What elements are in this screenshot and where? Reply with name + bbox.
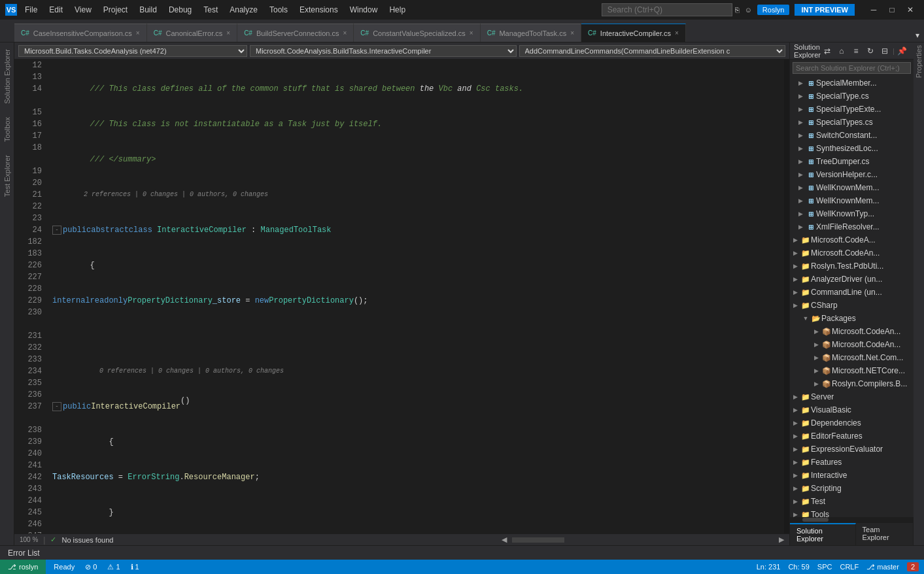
collapse-19[interactable]: - bbox=[52, 402, 61, 411]
tab-close-0[interactable]: × bbox=[136, 29, 140, 37]
tree-item-dependencies[interactable]: ▶ 📁 Dependencies bbox=[790, 416, 914, 430]
test-explorer-sidebar-label[interactable]: Test Explorer bbox=[2, 148, 12, 203]
tab-0[interactable]: C# CaseInsensitiveComparison.cs × bbox=[14, 24, 147, 42]
tree-item-scripting[interactable]: ▶ 📁 Scripting bbox=[790, 482, 914, 495]
solution-search-input[interactable] bbox=[793, 62, 911, 74]
tree-item-8[interactable]: ▶ ⊞ WellKnownMem... bbox=[790, 181, 914, 194]
global-search[interactable] bbox=[602, 3, 732, 16]
tree-item-features[interactable]: ▶ 📁 Features bbox=[790, 456, 914, 469]
tab-3[interactable]: C# ConstantValueSpecialized.cs × bbox=[354, 24, 480, 42]
properties-label[interactable]: Properties bbox=[914, 42, 924, 80]
code-line-16: { bbox=[52, 260, 784, 271]
tree-item-visualbasic[interactable]: ▶ 📁 VisualBasic bbox=[790, 403, 914, 416]
team-explorer-tab[interactable]: Team Explorer bbox=[856, 523, 914, 545]
menu-test[interactable]: Test bbox=[198, 3, 223, 17]
tree-item-9[interactable]: ▶ ⊞ WellKnownMem... bbox=[790, 194, 914, 207]
tree-item-interactive[interactable]: ▶ 📁 Interactive bbox=[790, 469, 914, 482]
tree-item-pkg3[interactable]: ▶ 📦 Microsoft.Net.Com... bbox=[790, 351, 914, 364]
code-line-12: /// This class defines all of the common… bbox=[52, 83, 784, 95]
tree-item-11[interactable]: ▶ ⊞ XmlFileResolver... bbox=[790, 220, 914, 233]
git-master[interactable]: ⎇ master bbox=[866, 563, 899, 571]
close-button[interactable]: ✕ bbox=[902, 3, 919, 16]
tree-item-test[interactable]: ▶ 📁 Test bbox=[790, 495, 914, 508]
menu-help[interactable]: Help bbox=[384, 3, 411, 17]
menu-extensions[interactable]: Extensions bbox=[294, 3, 343, 17]
share-icon[interactable]: ⎘ bbox=[735, 6, 740, 14]
sol-refresh-btn[interactable]: ↻ bbox=[864, 44, 877, 58]
tree-item-analyzer[interactable]: ▶ 📁 AnalyzerDriver (un... bbox=[790, 273, 914, 286]
git-status[interactable]: ⎇ roslyn bbox=[0, 560, 46, 574]
tree-item-1[interactable]: ▶ ⊞ SpecialType.cs bbox=[790, 90, 914, 103]
namespace-dropdown[interactable]: Microsoft.Build.Tasks.CodeAnalysis (net4… bbox=[18, 45, 247, 57]
feedback-icon[interactable]: ☺ bbox=[745, 6, 752, 14]
sol-home-btn[interactable]: ⌂ bbox=[835, 44, 848, 58]
tree-item-expressionevaluator[interactable]: ▶ 📁 ExpressionEvaluator bbox=[790, 443, 914, 456]
zoom-level[interactable]: 100 % bbox=[20, 536, 38, 543]
tab-close-5[interactable]: × bbox=[675, 29, 679, 37]
solution-explorer-sidebar-label[interactable]: Solution Explorer bbox=[2, 42, 12, 110]
tab-close-1[interactable]: × bbox=[226, 29, 230, 37]
tree-item-csharp[interactable]: ▶ 📁 CSharp bbox=[790, 299, 914, 312]
tree-item-pkg4[interactable]: ▶ 📦 Microsoft.NETCore... bbox=[790, 364, 914, 377]
menu-edit[interactable]: Edit bbox=[44, 3, 68, 17]
sol-sync-btn[interactable]: ⇄ bbox=[821, 44, 834, 58]
tree-item-microsoft-codeanalysis2[interactable]: ▶ 📁 Microsoft.CodeAn... bbox=[790, 246, 914, 260]
tree-item-pkg1[interactable]: ▶ 📦 Microsoft.CodeAn... bbox=[790, 325, 914, 338]
tree-label-0: SpecialMember... bbox=[816, 78, 877, 88]
tree-arrow-0: ▶ bbox=[795, 78, 806, 88]
tree-item-microsoft-codeanalysis[interactable]: ▶ 📁 Microsoft.CodeA... bbox=[790, 233, 914, 246]
tree-item-roslyn-pdb[interactable]: ▶ 📁 Roslyn.Test.PdbUti... bbox=[790, 260, 914, 273]
code-area[interactable]: /// This class defines all of the common… bbox=[47, 59, 784, 533]
class-dropdown[interactable]: Microsoft.CodeAnalysis.BuildTasks.Intera… bbox=[250, 45, 517, 57]
tab-label-3: ConstantValueSpecialized.cs bbox=[373, 29, 466, 37]
menu-debug[interactable]: Debug bbox=[163, 3, 197, 17]
profile-button[interactable]: Roslyn bbox=[757, 5, 790, 15]
sol-collapse-btn[interactable]: ⊟ bbox=[878, 44, 891, 58]
tree-item-pkg5[interactable]: ▶ 📦 Roslyn.Compilers.B... bbox=[790, 377, 914, 390]
scroll-right[interactable]: ▶ bbox=[779, 535, 784, 544]
sol-filter-btn[interactable]: ≡ bbox=[849, 44, 863, 58]
tree-item-commandline[interactable]: ▶ 📁 CommandLine (un... bbox=[790, 286, 914, 299]
tab-2[interactable]: C# BuildServerConnection.cs × bbox=[237, 24, 354, 42]
tree-item-0[interactable]: ▶ ⊞ SpecialMember... bbox=[790, 76, 914, 90]
tree-item-editorfeatures[interactable]: ▶ 📁 EditorFeatures bbox=[790, 430, 914, 443]
tree-item-packages[interactable]: ▼ 📂 Packages bbox=[790, 312, 914, 325]
restore-button[interactable]: □ bbox=[883, 3, 900, 16]
tree-item-7[interactable]: ▶ ⊞ VersionHelper.c... bbox=[790, 168, 914, 181]
menu-build[interactable]: Build bbox=[134, 3, 162, 17]
tree-item-3[interactable]: ▶ ⊞ SpecialTypes.cs bbox=[790, 116, 914, 129]
tab-4[interactable]: C# ManagedToolTask.cs × bbox=[481, 24, 581, 42]
menu-file[interactable]: File bbox=[20, 3, 43, 17]
minimize-button[interactable]: ─ bbox=[865, 3, 882, 16]
code-line-17: internal readonly PropertyDictionary _st… bbox=[52, 295, 784, 307]
scroll-left[interactable]: ◀ bbox=[502, 535, 507, 544]
tab-close-2[interactable]: × bbox=[343, 29, 347, 37]
tree-label-server: Server bbox=[811, 392, 834, 401]
tree-item-6[interactable]: ▶ ⊞ TreeDumper.cs bbox=[790, 155, 914, 168]
method-dropdown[interactable]: AddCommandLineCommands(CommandLineBuilde… bbox=[519, 45, 786, 57]
tree-item-pkg2[interactable]: ▶ 📦 Microsoft.CodeAn... bbox=[790, 338, 914, 351]
tab-close-3[interactable]: × bbox=[470, 29, 473, 37]
tab-close-4[interactable]: × bbox=[570, 29, 574, 37]
solution-explorer-tab[interactable]: Solution Explorer bbox=[790, 523, 856, 545]
menu-view[interactable]: View bbox=[69, 3, 97, 17]
menu-tools[interactable]: Tools bbox=[264, 3, 293, 17]
menu-window[interactable]: Window bbox=[345, 3, 383, 17]
editor-scroll[interactable]: 12 13 14 15 16 17 18 19 20 21 22 23 24 1… bbox=[14, 59, 789, 533]
toolbox-sidebar-label[interactable]: Toolbox bbox=[2, 110, 12, 148]
error-list-tab[interactable]: Error List bbox=[0, 549, 48, 558]
tree-item-10[interactable]: ▶ ⊞ WellKnownTyp... bbox=[790, 207, 914, 220]
tab-list-button[interactable]: ▾ bbox=[911, 29, 924, 42]
solution-tree[interactable]: ▶ ⊞ SpecialMember... ▶ ⊞ SpecialType.cs … bbox=[790, 76, 914, 517]
tree-item-4[interactable]: ▶ ⊞ SwitchConstant... bbox=[790, 129, 914, 142]
sol-pin-btn[interactable]: 📌 bbox=[896, 44, 909, 58]
collapse-15[interactable]: - bbox=[52, 226, 61, 235]
menu-project[interactable]: Project bbox=[98, 3, 133, 17]
tree-item-server[interactable]: ▶ 📁 Server bbox=[790, 390, 914, 403]
tab-1[interactable]: C# CanonicalError.cs × bbox=[147, 24, 237, 42]
tree-item-5[interactable]: ▶ ⊞ SynthesizedLoc... bbox=[790, 142, 914, 155]
tab-5[interactable]: C# InteractiveCompiler.cs × bbox=[581, 24, 686, 42]
menu-analyze[interactable]: Analyze bbox=[224, 3, 263, 17]
tree-item-tools[interactable]: ▶ 📁 Tools bbox=[790, 508, 914, 517]
tree-item-2[interactable]: ▶ ⊞ SpecialTypeExte... bbox=[790, 103, 914, 116]
